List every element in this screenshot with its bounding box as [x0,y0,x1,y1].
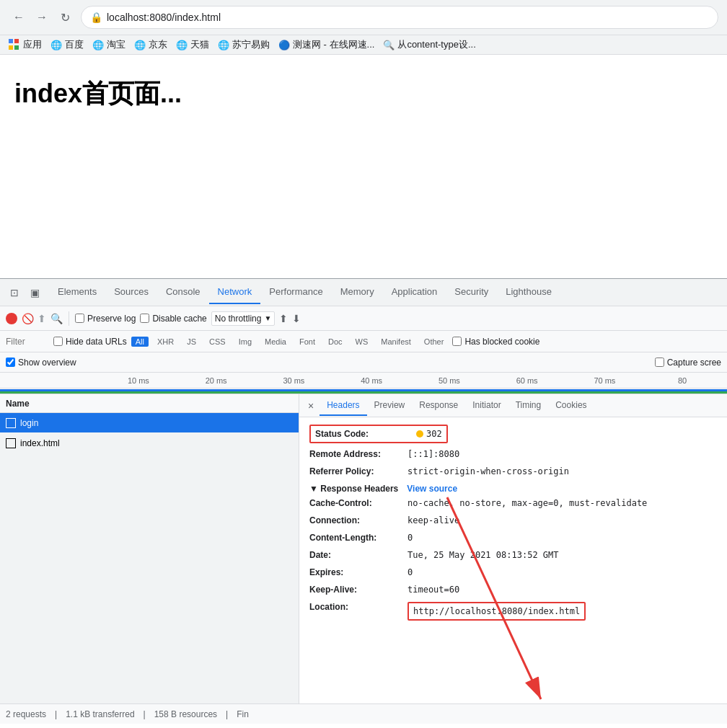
tab-application[interactable]: Application [383,280,446,304]
timeline-mark-30: 30 ms [255,376,333,385]
bookmark-contenttype[interactable]: 🔍 从content-type设... [383,38,475,51]
tab-performance[interactable]: Performance [260,280,331,304]
bookmark-suning[interactable]: 🌐 苏宁易购 [218,38,270,51]
devtools-tab-bar: ⊡ ▣ Elements Sources Console Network Per… [0,279,727,306]
filter-js[interactable]: JS [182,337,201,347]
preserve-log-checkbox[interactable] [75,314,84,323]
address-bar[interactable]: 🔒 localhost:8080/index.html [81,6,718,29]
location-box: http://localhost:8080/index.html [407,602,586,621]
hide-data-urls-checkbox[interactable] [53,337,63,346]
show-overview-text: Show overview [18,358,76,368]
transferred-size: 1.1 kB transferred [66,709,134,719]
detail-tab-cookies[interactable]: Cookies [548,396,594,416]
detail-tab-timing[interactable]: Timing [508,396,549,416]
show-overview-checkbox[interactable] [6,358,15,367]
throttle-text: No throttling [215,314,262,324]
detail-tab-response[interactable]: Response [412,396,465,416]
detail-tab-headers[interactable]: Headers [320,396,366,416]
filter-media[interactable]: Media [260,337,291,347]
tab-lighthouse[interactable]: Lighthouse [497,280,560,304]
disable-cache-checkbox[interactable] [140,314,149,323]
disable-cache-label[interactable]: Disable cache [140,314,206,324]
separator-status-1: | [55,709,57,719]
tab-elements[interactable]: Elements [49,280,105,304]
bookmark-tmall[interactable]: 🌐 天猫 [176,38,209,51]
filter-font[interactable]: Font [295,337,320,347]
throttle-arrow-icon: ▼ [264,314,271,322]
filter-all[interactable]: All [131,337,149,347]
lock-icon: 🔒 [90,12,102,23]
request-item-login[interactable]: login [0,413,299,433]
filter-doc[interactable]: Doc [324,337,347,347]
disable-cache-text: Disable cache [152,314,206,324]
bookmark-taobao-label: 淘宝 [107,38,125,51]
record-button[interactable] [6,313,17,324]
request-name-login: login [20,418,38,428]
apps-bookmark[interactable]: 应用 [9,38,42,51]
options-right-2: Capture scree [655,358,721,368]
bookmark-jd-label: 京东 [149,38,167,51]
filter-xhr[interactable]: XHR [153,337,178,347]
search-icon[interactable]: 🔍 [50,313,63,324]
request-icon-index [6,438,16,448]
has-blocked-cookie-label[interactable]: Has blocked cookie [452,337,539,347]
capture-screen-text: Capture scree [667,358,721,368]
tab-network[interactable]: Network [209,280,261,304]
name-column-header: Name [6,399,30,409]
capture-screen-checkbox[interactable] [655,358,664,367]
bookmark-baidu[interactable]: 🌐 百度 [50,38,84,51]
tab-security[interactable]: Security [446,280,497,304]
bookmark-taobao[interactable]: 🌐 淘宝 [92,38,125,51]
options-bar-2: Show overview Capture scree [0,352,727,373]
detail-tab-preview[interactable]: Preview [367,396,413,416]
tab-memory[interactable]: Memory [332,280,383,304]
hide-data-urls-label[interactable]: Hide data URLs [53,337,127,347]
content-length-row: Content-Length: 0 [309,531,717,544]
timeline-header: 10 ms 20 ms 30 ms 40 ms 50 ms 60 ms 70 m… [0,373,727,389]
bookmark-jd[interactable]: 🌐 京东 [134,38,167,51]
request-item-index[interactable]: index.html [0,433,299,453]
filter-input[interactable] [6,337,49,347]
mobile-icon[interactable]: ▣ [26,284,43,301]
filter-img[interactable]: Img [234,337,256,347]
date-value: Tue, 25 May 2021 08:13:52 GMT [407,549,559,561]
capture-screen-label[interactable]: Capture scree [655,358,721,368]
download-icon[interactable]: ⬇ [292,313,301,324]
timeline-mark-10: 10 ms [100,376,177,385]
bookmark-speedtest[interactable]: 🔵 测速网 - 在线网速... [278,38,374,51]
keep-alive-row: Keep-Alive: timeout=60 [309,583,717,596]
filter-icon[interactable]: ⬆ [38,313,46,324]
date-row: Date: Tue, 25 May 2021 08:13:52 GMT [309,549,717,561]
show-overview-label[interactable]: Show overview [6,358,76,368]
filter-css[interactable]: CSS [205,337,230,347]
preserve-log-label[interactable]: Preserve log [75,314,136,324]
bookmark-contenttype-label: 从content-type设... [397,38,475,51]
forward-button[interactable]: → [32,7,52,27]
cache-control-label: Cache-Control: [309,497,403,510]
timeline-mark-20: 20 ms [177,376,255,385]
view-source-link[interactable]: View source [407,484,457,494]
cursor-icon[interactable]: ⊡ [6,284,23,301]
filter-ws[interactable]: WS [351,337,373,347]
stop-button[interactable]: 🚫 [22,313,33,324]
requests-count: 2 requests [6,709,46,719]
upload-icon[interactable]: ⬆ [279,313,288,324]
apps-label: 应用 [23,38,42,51]
tab-sources[interactable]: Sources [105,280,157,304]
timeline-marks: 10 ms 20 ms 30 ms 40 ms 50 ms 60 ms 70 m… [100,376,721,385]
search-bookmark-icon: 🔍 [383,40,395,50]
tab-console[interactable]: Console [157,280,209,304]
filter-other[interactable]: Other [420,337,449,347]
referrer-policy-value: strict-origin-when-cross-origin [407,465,569,478]
filter-manifest[interactable]: Manifest [376,337,415,347]
throttle-select[interactable]: No throttling ▼ [211,311,276,326]
reload-button[interactable]: ↻ [55,7,75,27]
detail-tab-initiator[interactable]: Initiator [465,396,508,416]
date-label: Date: [309,549,403,561]
back-button[interactable]: ← [9,7,29,27]
page-title: index首页面... [14,76,713,112]
has-blocked-cookie-checkbox[interactable] [452,337,462,346]
detail-close-button[interactable]: × [302,397,320,414]
location-row: Location: http://localhost:8080/index.ht… [309,600,717,621]
request-icon-login [6,418,16,428]
